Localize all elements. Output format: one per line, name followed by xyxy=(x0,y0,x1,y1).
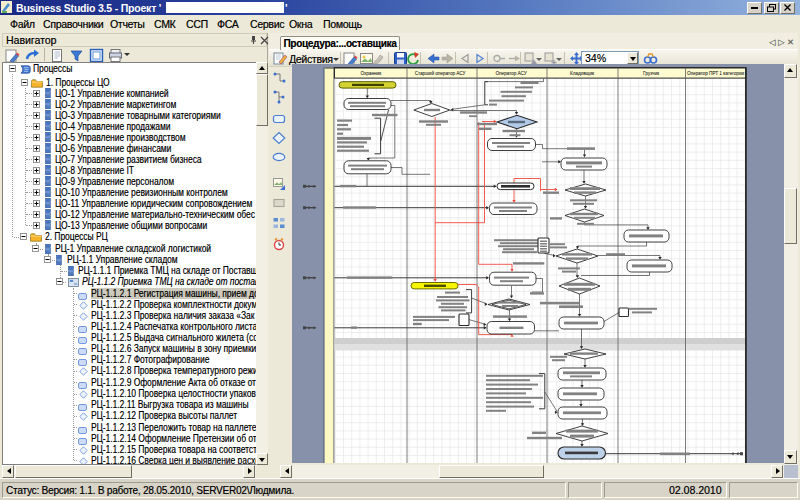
svg-text:Оператор АСУ: Оператор АСУ xyxy=(495,71,526,76)
svg-text:Старший оператор АСУ: Старший оператор АСУ xyxy=(415,70,466,76)
svg-text:Оператор ПРТ 1 категории: Оператор ПРТ 1 категории xyxy=(687,71,745,76)
svg-text:Охранник: Охранник xyxy=(361,71,383,76)
svg-text:Кладовщик: Кладовщик xyxy=(570,71,595,76)
svg-text:Грузчик: Грузчик xyxy=(643,71,660,76)
